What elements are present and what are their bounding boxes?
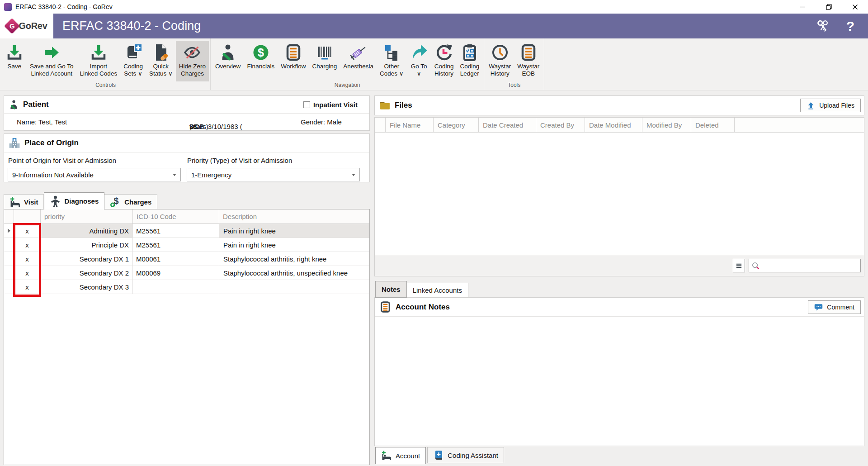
inpatient-visit-label: Inpatient Visit — [313, 101, 358, 109]
inpatient-visit-checkbox[interactable] — [303, 101, 310, 108]
icd10-code-cell[interactable]: M25561 — [133, 224, 219, 238]
ribbon-group-controls: Save Save and Go ToLinked Account Import… — [1, 38, 211, 90]
coding-ledger-button[interactable]: CodingLedger — [457, 41, 482, 81]
description-cell[interactable]: Pain in right knee — [219, 224, 369, 238]
delete-row-button[interactable]: x — [14, 238, 41, 252]
row-indicator — [4, 224, 14, 238]
import-linked-codes-button[interactable]: ImportLinked Codes — [77, 41, 121, 81]
description-cell[interactable]: Staphylococcal arthritis, unspecified kn… — [219, 266, 369, 280]
hide-zero-charges-button[interactable]: Hide ZeroCharges — [176, 41, 209, 81]
quick-status-button[interactable]: QuickStatus ∨ — [146, 41, 176, 81]
delete-row-button[interactable]: x — [14, 280, 41, 294]
column-header-file-name[interactable]: File Name — [386, 118, 434, 132]
app-header: G GoRev ERFAC 33840-2 - Coding ? — [0, 14, 868, 38]
tab-linked-accounts[interactable]: Linked Accounts — [407, 283, 468, 298]
delete-row-button[interactable]: x — [14, 224, 41, 238]
delete-row-button[interactable]: x — [14, 252, 41, 266]
upload-files-button[interactable]: Upload Files — [800, 99, 861, 112]
dropdown-arrow-icon — [173, 174, 176, 176]
row-indicator — [4, 280, 14, 294]
folder-icon — [379, 100, 391, 111]
column-header-created-by[interactable]: Created By — [536, 118, 585, 132]
column-header-description[interactable]: Description — [219, 209, 369, 223]
save-button[interactable]: Save — [2, 41, 27, 81]
keys-icon[interactable] — [815, 19, 830, 34]
help-button[interactable]: ? — [846, 19, 854, 33]
close-button[interactable] — [842, 0, 868, 14]
dropdown-arrow-icon — [352, 174, 355, 176]
point-of-origin-select[interactable]: 9-Information Not Available — [8, 168, 181, 181]
patient-title: Patient — [23, 100, 49, 109]
tab-notes[interactable]: Notes — [375, 281, 407, 298]
tab-charges[interactable]: $ Charges — [104, 194, 157, 209]
other-codes-button[interactable]: OtherCodes ∨ — [377, 41, 407, 81]
icd10-code-cell[interactable] — [133, 280, 219, 294]
minimize-button[interactable] — [789, 0, 816, 14]
delete-row-button[interactable]: x — [14, 266, 41, 280]
tab-visit[interactable]: Visit — [4, 194, 44, 209]
icd10-code-cell[interactable]: M00061 — [133, 252, 219, 266]
files-section-header: Files Upload Files — [374, 95, 864, 115]
files-menu-button[interactable] — [733, 259, 745, 272]
goto-arrow-icon — [410, 43, 428, 62]
priority-cell[interactable]: Secondary DX 3 — [41, 280, 133, 294]
column-header-icd10[interactable]: ICD-10 Code — [133, 209, 219, 223]
go-to-button[interactable]: Go To∨ — [407, 41, 431, 81]
column-header-indicator — [4, 209, 14, 223]
column-header-date-created[interactable]: Date Created — [479, 118, 536, 132]
files-search-input[interactable] — [761, 262, 858, 269]
tab-account[interactable]: Account — [375, 447, 426, 464]
icd10-code-cell[interactable]: M00069 — [133, 266, 219, 280]
priority-cell[interactable]: Principle DX — [41, 238, 133, 252]
column-header-date-modified[interactable]: Date Modified — [585, 118, 642, 132]
search-icon — [751, 262, 760, 270]
files-grid: File Name Category Date Created Created … — [374, 117, 864, 276]
tab-diagnoses[interactable]: Diagnoses — [44, 192, 104, 209]
column-header-deleted[interactable]: Deleted — [691, 118, 735, 132]
comment-button[interactable]: Comment — [808, 300, 861, 314]
tab-coding-assistant[interactable]: Coding Assistant — [427, 447, 504, 463]
priority-cell[interactable]: Secondary DX 1 — [41, 252, 133, 266]
svg-text:$: $ — [258, 46, 264, 59]
row-indicator — [4, 238, 14, 252]
patient-name: Name: Test, Test — [17, 118, 67, 126]
files-grid-header: File Name Category Date Created Created … — [375, 118, 864, 133]
column-header-priority[interactable]: priority — [41, 209, 133, 223]
patient-person-icon — [219, 43, 237, 62]
workflow-button[interactable]: Workflow — [278, 41, 309, 81]
waystar-eob-button[interactable]: WaystarEOB — [514, 41, 542, 81]
patient-gender: Gender: Male — [301, 118, 342, 126]
ribbon-group-label-tools: Tools — [484, 81, 544, 90]
import-icon — [90, 43, 108, 62]
priority-of-visit-select[interactable]: 1-Emergency — [187, 168, 360, 181]
coding-assistant-book-icon — [433, 450, 444, 461]
save-and-go-to-linked-account-button[interactable]: Save and Go ToLinked Account — [27, 41, 77, 81]
icd10-code-cell[interactable]: M25561 — [133, 238, 219, 252]
notes-icon — [379, 301, 392, 313]
column-header-delete[interactable] — [14, 209, 41, 223]
coding-history-icon — [435, 43, 453, 62]
column-header-category[interactable]: Category — [434, 118, 479, 132]
close-icon — [852, 4, 858, 10]
diagnosis-row: x Principle DX M25561 Pain in right knee — [4, 238, 369, 252]
gorev-diamond-icon: G — [4, 18, 19, 34]
maximize-button[interactable] — [816, 0, 842, 14]
files-search-box[interactable] — [749, 259, 861, 272]
description-cell[interactable]: Staphylococcal arthritis, right knee — [219, 252, 369, 266]
priority-cell[interactable]: Secondary DX 2 — [41, 266, 133, 280]
description-cell[interactable]: Pain in right knee — [219, 238, 369, 252]
financials-button[interactable]: $ Financials — [244, 41, 278, 81]
anesthesia-button[interactable]: Anesthesia — [340, 41, 377, 81]
hospital-icon — [9, 137, 20, 149]
description-cell[interactable] — [219, 280, 369, 294]
quick-status-icon — [152, 43, 170, 62]
priority-cell[interactable]: Admitting DX — [41, 224, 133, 238]
charging-button[interactable]: Charging — [309, 41, 340, 81]
overview-button[interactable]: Overview — [212, 41, 244, 81]
comment-bubble-icon — [814, 303, 823, 311]
column-header-modified-by[interactable]: Modified By — [642, 118, 691, 132]
bottom-tab-strip: Account Coding Assistant — [375, 447, 504, 464]
waystar-history-button[interactable]: WaystarHistory — [486, 41, 514, 81]
coding-history-button[interactable]: CodingHistory — [431, 41, 457, 81]
coding-sets-button[interactable]: CodingSets ∨ — [120, 41, 146, 81]
